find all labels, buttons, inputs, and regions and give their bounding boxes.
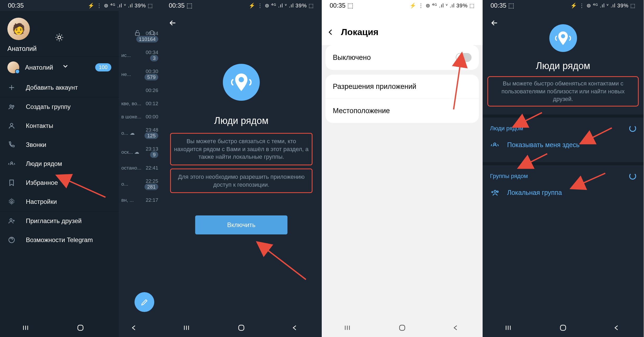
nav-recent-icon[interactable] [345,324,353,332]
chat-row[interactable]: ис...00:343 [119,46,161,65]
screen-drawer: 00:34110164ис...00:343не...00:3057900:26… [0,0,161,337]
theme-toggle-icon[interactable] [53,31,66,44]
loading-spinner-icon [629,173,636,180]
chat-row[interactable]: о...22:25281 [119,175,161,194]
nav-recent-icon[interactable] [506,324,513,332]
people-nearby-label: Люди рядом [490,125,523,132]
back-chevron-icon[interactable] [327,28,334,36]
calls-item[interactable]: Звонки [0,135,119,154]
nav-recent-icon[interactable] [184,324,192,332]
account-avatar [7,61,19,73]
back-button[interactable] [490,18,499,27]
svg-point-1 [150,31,154,35]
add-account-item[interactable]: Добавить аккаунт [0,78,119,97]
status-time: 00:35 ⬚ [491,2,514,9]
nav-bar [483,319,643,337]
status-icons: ⚡ ⋮ ⊚ ⁴ᴳ .ıl ᵛ .ıl 39% ⬚ [570,2,636,9]
nav-back-icon[interactable] [130,324,138,332]
contacts-label: Контакты [26,122,53,129]
svg-rect-11 [78,325,83,330]
invite-item[interactable]: Пригласить друзей [0,211,119,230]
highlight-box: Для этого необходимо разрешить приложени… [170,168,313,193]
nav-back-icon[interactable] [613,324,621,332]
nav-home-icon[interactable] [559,324,567,332]
chat-row[interactable]: в шоке...00:00 [119,110,161,123]
arrow-annotation [261,245,309,282]
nearby-desc1: Вы можете быстро связаться с теми, кто н… [174,137,309,161]
help-icon [7,236,16,244]
add-account-label: Добавить аккаунт [26,84,78,91]
people-nearby-item[interactable]: Люди рядом [0,154,119,173]
verified-badge-icon [15,69,20,74]
people-nearby-section: Люди рядом [483,114,643,136]
status-bar: 00:35 ⬚ ⚡ ⋮ ⊚ ⁴ᴳ .ıl ᵛ .ıl 39% ⬚ [161,0,322,11]
chat-row[interactable]: 00:26 [119,84,161,97]
chat-row[interactable]: остано...22:41 [119,161,161,175]
saved-item[interactable]: Избранное [0,173,119,192]
show-me-row[interactable]: Показывать меня здесь [483,136,643,154]
account-row[interactable]: Анатолий 100 [0,57,119,78]
nav-bar [161,319,322,337]
app-permissions-label: Разрешения приложений [333,83,416,91]
nearby-title: Люди рядом [161,115,322,126]
nav-recent-icon[interactable] [23,324,31,332]
settings-item[interactable]: Настройки [0,192,119,211]
invite-label: Пригласить друзей [26,217,82,225]
features-item[interactable]: Возможности Telegram [0,230,119,249]
chat-row[interactable]: оск... ☁23:139 [119,142,161,161]
status-icons: ⚡ ⋮ ⊚ ⁴ᴳ .ıl ᵛ .ıl 39% ⬚ [410,2,475,9]
account-name: Анатолий [25,64,53,71]
nav-bar [0,319,161,337]
location-toggle-card: Выключено [325,45,479,70]
chat-row[interactable]: вн, ...22:17 [119,194,161,207]
status-bar: 00:35 ⬚ ⚡ ⋮ ⊚ ⁴ᴳ .ıl ᵛ .ıl 39% ⬚ [483,0,643,11]
show-me-label: Показывать меня здесь [507,141,580,149]
chevron-down-icon[interactable] [62,62,69,70]
enable-button[interactable]: Включить [195,215,287,234]
plus-icon [7,83,16,92]
chat-row[interactable]: кве, во...00:12 [119,97,161,110]
status-bar: 00:35 ⚡ ⋮ ⊚ ⁴ᴳ .ıl ᵛ .ıl 39% ⬚ [0,0,161,11]
location-toggle[interactable] [456,53,472,62]
new-group-item[interactable]: Создать группу [0,97,119,116]
compose-fab[interactable] [134,292,154,312]
lock-icon[interactable] [134,30,141,36]
screen-nearby-active: 00:35 ⬚ ⚡ ⋮ ⊚ ⁴ᴳ .ıl ᵛ .ıl 39% ⬚ Люди ря… [483,0,643,337]
screen-location-settings: 00:35 ⬚ ⚡ ⋮ ⊚ ⁴ᴳ .ıl ᵛ .ıl 39% ⬚ Локация… [322,0,483,337]
location-options-card: Разрешения приложений Местоположение [325,75,479,123]
svg-point-17 [494,190,496,192]
avatar[interactable]: 🧑 [7,18,30,40]
screen-nearby-intro: 00:35 ⬚ ⚡ ⋮ ⊚ ⁴ᴳ .ıl ᵛ .ıl 39% ⬚ Люди ря… [161,0,322,337]
location-disabled-label: Выключено [333,54,371,62]
groups-nearby-section: Группы рядом [483,162,643,183]
calls-label: Звонки [26,141,46,148]
groups-nearby-label: Группы рядом [490,173,528,180]
app-permissions-row[interactable]: Разрешения приложений [325,75,479,99]
local-group-row[interactable]: Локальная группа [483,183,643,202]
nav-back-icon[interactable] [452,324,460,332]
nav-home-icon[interactable] [237,324,245,332]
people-nearby-icon [7,160,16,168]
chat-row[interactable]: не...00:30579 [119,65,161,84]
search-icon[interactable] [149,30,156,36]
saved-label: Избранное [26,179,58,186]
status-time: 00:35 ⬚ [169,2,193,9]
location-pin-icon [223,64,260,101]
contacts-item[interactable]: Контакты [0,116,119,135]
position-label: Местоположение [333,107,390,115]
position-row[interactable]: Местоположение [325,99,479,123]
location-toggle-row[interactable]: Выключено [325,45,479,70]
svg-rect-13 [239,325,244,330]
group-icon [7,103,16,111]
add-group-icon [490,188,499,197]
svg-point-5 [10,123,13,126]
chat-row[interactable]: о... ☁23:48125 [119,123,161,142]
svg-point-3 [10,105,12,107]
nav-home-icon[interactable] [76,324,84,332]
drawer-header: 🧑 Анатолий [0,11,119,56]
nav-back-icon[interactable] [291,324,299,332]
highlight-box: Вы можете быстро связаться с теми, кто н… [170,133,313,165]
back-button[interactable] [168,18,177,27]
nav-home-icon[interactable] [398,324,406,332]
visibility-icon [490,140,499,150]
